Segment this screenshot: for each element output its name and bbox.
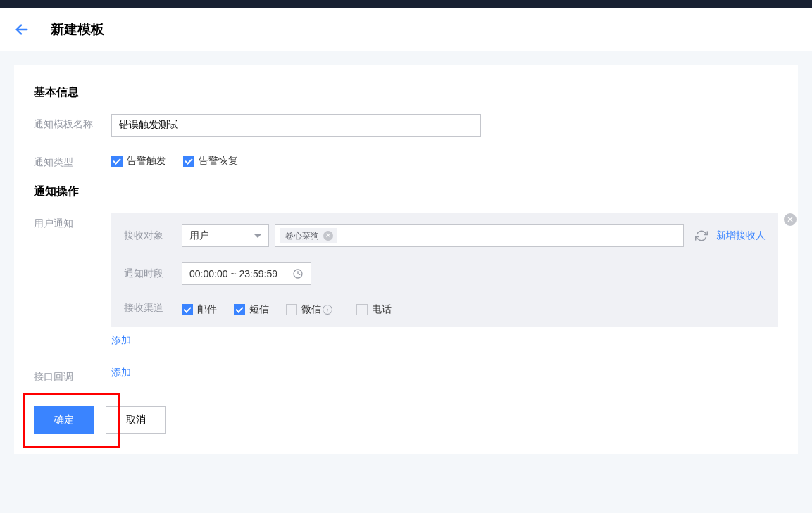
checkbox-mail[interactable]: 邮件	[182, 303, 217, 316]
time-range-input[interactable]: 00:00:00 ~ 23:59:59	[182, 262, 311, 285]
label-api-callback: 接口回调	[34, 367, 111, 384]
select-value: 用户	[189, 229, 209, 242]
row-api-callback: 接口回调 添加	[34, 367, 778, 384]
checkbox-label: 告警恢复	[199, 155, 238, 167]
checkbox-alarm-recover[interactable]: 告警恢复	[183, 155, 238, 167]
card-row-receive-channel: 接收渠道 邮件 短信 微信 i	[124, 300, 766, 316]
confirm-button[interactable]: 确定	[34, 406, 94, 434]
label-notify-time: 通知时段	[124, 267, 182, 280]
chevron-down-icon	[254, 234, 261, 238]
info-icon[interactable]: i	[323, 305, 332, 315]
remove-notify-card-button[interactable]: ✕	[784, 213, 797, 226]
label-spacer	[34, 334, 111, 338]
label-receive-target: 接收对象	[124, 229, 182, 242]
form-card: 基本信息 通知模板名称 通知类型 告警触发 告警恢复 通知操作 用户通知 接收对…	[14, 65, 798, 454]
checkbox-icon	[356, 304, 368, 315]
row-template-name: 通知模板名称	[34, 114, 778, 137]
recipient-tag-input[interactable]: 卷心菜狗 ✕	[275, 224, 684, 247]
checkbox-icon	[111, 156, 123, 167]
page-title: 新建模板	[51, 20, 104, 39]
checkbox-label: 告警触发	[127, 155, 166, 167]
user-notify-card: 接收对象 用户 卷心菜狗 ✕ 新增接收人	[111, 213, 778, 327]
checkbox-icon	[183, 156, 194, 167]
refresh-icon	[695, 229, 708, 242]
page-header: 新建模板	[0, 8, 812, 51]
row-user-notify: 用户通知 接收对象 用户 卷心菜狗 ✕	[34, 213, 778, 327]
checkbox-label: 微信	[301, 303, 321, 316]
top-dark-bar	[0, 0, 812, 8]
clock-icon	[292, 268, 304, 279]
channel-checkbox-group: 邮件 短信 微信 i 电话	[182, 300, 408, 316]
label-user-notify: 用户通知	[34, 213, 111, 230]
checkbox-label: 短信	[249, 303, 269, 316]
template-name-input[interactable]	[111, 114, 481, 137]
row-notify-type: 通知类型 告警触发 告警恢复	[34, 152, 778, 169]
checkbox-alarm-trigger[interactable]: 告警触发	[111, 155, 166, 167]
label-template-name: 通知模板名称	[34, 114, 111, 131]
label-receive-channel: 接收渠道	[124, 302, 182, 315]
notify-type-checkbox-group: 告警触发 告警恢复	[111, 152, 255, 167]
add-api-callback-link[interactable]: 添加	[111, 367, 131, 379]
checkbox-wechat[interactable]: 微信 i	[286, 303, 332, 316]
checkbox-phone[interactable]: 电话	[356, 303, 392, 316]
checkbox-label: 邮件	[197, 303, 217, 316]
checkbox-icon	[234, 304, 245, 315]
cancel-button[interactable]: 取消	[106, 406, 166, 434]
add-recipient-link[interactable]: 新增接收人	[716, 229, 766, 242]
tag-label: 卷心菜狗	[285, 230, 319, 242]
section-basic-info: 基本信息	[34, 85, 778, 100]
checkbox-icon	[286, 304, 297, 315]
label-notify-type: 通知类型	[34, 152, 111, 169]
row-add-user-notify: 添加	[34, 334, 778, 347]
card-row-receive-target: 接收对象 用户 卷心菜狗 ✕ 新增接收人	[124, 224, 766, 247]
add-user-notify-link[interactable]: 添加	[111, 334, 131, 347]
refresh-button[interactable]	[695, 229, 708, 242]
section-notify-ops: 通知操作	[34, 184, 778, 199]
recipient-tag: 卷心菜狗 ✕	[280, 228, 337, 243]
checkbox-icon	[182, 304, 193, 315]
receive-type-select[interactable]: 用户	[182, 224, 269, 247]
checkbox-sms[interactable]: 短信	[234, 303, 269, 316]
footer-buttons: 确定 取消	[34, 406, 778, 434]
checkbox-label: 电话	[372, 303, 392, 316]
card-row-notify-time: 通知时段 00:00:00 ~ 23:59:59	[124, 262, 766, 285]
arrow-left-icon	[14, 22, 30, 37]
time-range-value: 00:00:00 ~ 23:59:59	[189, 268, 277, 279]
tag-remove-icon[interactable]: ✕	[323, 231, 333, 241]
back-button[interactable]	[14, 22, 30, 37]
